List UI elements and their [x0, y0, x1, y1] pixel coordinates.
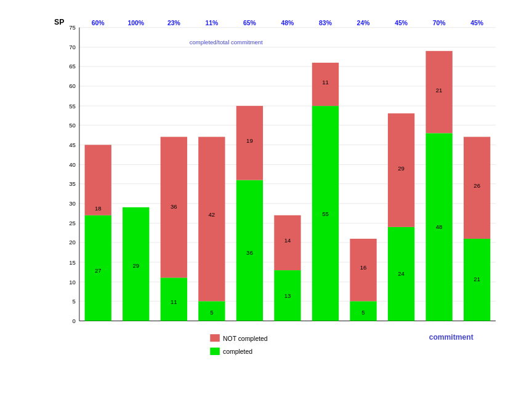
bar-label-not-completed-9: 29 [398, 165, 405, 172]
svg-text:15: 15 [69, 259, 76, 266]
bar-pct-1: 60% [92, 20, 105, 26]
bar-pct-3: 23% [167, 20, 180, 26]
bar-label-not-completed-7: 11 [322, 79, 329, 86]
legend-not-completed-label: NOT completed [223, 335, 268, 342]
bar-label-completed-7: 55 [322, 210, 329, 217]
bar-label-not-completed-8: 16 [360, 264, 367, 271]
svg-text:40: 40 [69, 161, 76, 168]
bar-label-not-completed-11: 26 [474, 182, 480, 189]
bar-label-completed-5: 36 [246, 249, 253, 256]
chart-subtitle: completed/total commitment [190, 39, 263, 46]
bar-label-completed-8: 5 [361, 309, 365, 316]
chart-container: SP commitment completed/total commitment… [0, 0, 532, 416]
bar-label-completed-3: 11 [171, 298, 177, 305]
bar-label-completed-1: 27 [95, 267, 102, 274]
bar-label-not-completed-5: 19 [246, 137, 253, 144]
svg-text:10: 10 [69, 279, 76, 286]
bar-label-not-completed-4: 42 [209, 211, 216, 218]
bar-pct-10: 70% [433, 20, 446, 26]
svg-text:5: 5 [72, 298, 75, 305]
legend-completed-color [210, 348, 220, 355]
svg-text:60: 60 [69, 82, 76, 89]
bar-label-completed-2: 29 [132, 262, 139, 269]
svg-text:25: 25 [69, 220, 76, 226]
bar-label-not-completed-10: 21 [436, 87, 443, 94]
legend-not-completed-color [210, 334, 220, 342]
bar-pct-5: 65% [243, 20, 256, 26]
bar-pct-4: 11% [205, 20, 218, 26]
bar-pct-6: 48% [281, 20, 294, 26]
bar-label-completed-4: 5 [210, 309, 213, 316]
bar-pct-9: 45% [395, 20, 408, 26]
svg-text:75: 75 [69, 24, 76, 31]
bar-label-completed-9: 24 [398, 270, 405, 277]
svg-text:45: 45 [69, 142, 76, 148]
bar-not-completed-4 [198, 137, 225, 301]
bar-chart: SP commitment completed/total commitment… [31, 6, 520, 367]
bar-label-completed-11: 21 [474, 276, 480, 282]
bar-label-completed-10: 48 [436, 223, 443, 230]
svg-text:65: 65 [69, 63, 76, 70]
bar-label-not-completed-6: 14 [284, 237, 291, 244]
bar-label-not-completed-1: 18 [95, 205, 102, 212]
bar-pct-8: 24% [357, 20, 370, 26]
svg-text:20: 20 [69, 239, 76, 246]
bar-pct-2: 100% [127, 20, 144, 26]
bar-label-not-completed-3: 36 [171, 203, 177, 210]
svg-text:0: 0 [72, 318, 75, 324]
bar-pct-7: 83% [319, 20, 332, 26]
svg-text:30: 30 [69, 200, 76, 207]
bar-pct-11: 45% [470, 20, 483, 26]
svg-text:35: 35 [69, 180, 76, 187]
svg-text:55: 55 [69, 103, 76, 110]
legend-completed-label: completed [223, 348, 252, 355]
y-axis-label: SP [54, 18, 64, 26]
x-axis-label: commitment [429, 333, 474, 342]
svg-text:50: 50 [69, 122, 76, 129]
svg-text:70: 70 [69, 44, 76, 50]
bar-label-completed-6: 13 [284, 292, 291, 299]
